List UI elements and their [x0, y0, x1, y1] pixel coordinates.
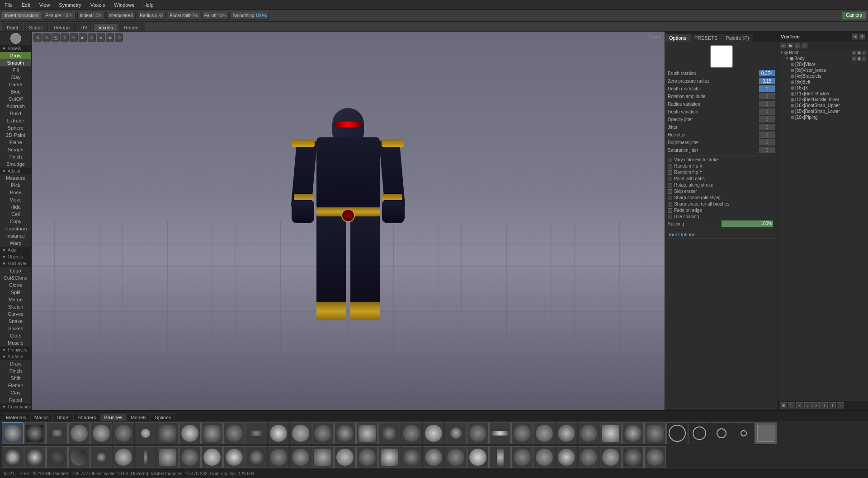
tab-voxels[interactable]: Voxels: [93, 23, 118, 31]
sidebar-item-sphere[interactable]: Sphere: [0, 124, 31, 131]
focal-param[interactable]: Focal shift 0%: [168, 12, 200, 20]
vt-bottom-btn-6[interactable]: ⬆: [821, 402, 828, 409]
zero-pressure-value[interactable]: 0.15: [759, 78, 775, 84]
sidebar-item-fill[interactable]: Fill: [0, 66, 31, 74]
sidebar-item-2dpaint[interactable]: 2D-Paint: [0, 131, 31, 139]
menu-item-symmetry[interactable]: Symmetry: [57, 1, 83, 9]
brush-item-17[interactable]: [378, 422, 400, 444]
sidebar-item-pinch[interactable]: Pinch: [0, 153, 31, 160]
brush-item-19[interactable]: [423, 422, 444, 444]
sidebar-item-plane[interactable]: Plane: [0, 139, 31, 146]
sharp-shape-all-checkbox[interactable]: [668, 202, 672, 206]
viewport-shading-icon[interactable]: ◉: [106, 33, 114, 42]
brush2-item-7[interactable]: [157, 446, 179, 468]
indent-param[interactable]: Indent 50%: [77, 12, 104, 20]
bottom-tab-splines[interactable]: Splines: [151, 413, 175, 421]
vt-bottom-btn-8[interactable]: +: [837, 402, 844, 409]
sidebar-item-smudge[interactable]: Smudge: [0, 160, 31, 168]
sidebar-item-build[interactable]: Build: [0, 110, 31, 117]
fade-on-edge-checkbox[interactable]: [668, 208, 672, 213]
sidebar-item-blob[interactable]: Blob: [0, 88, 31, 95]
brush-item-11[interactable]: [245, 422, 267, 444]
vt-bottom-btn-3[interactable]: ✕: [796, 402, 803, 409]
vt-lock-root[interactable]: 🔒: [857, 51, 861, 55]
vt-bottom-btn-5[interactable]: ↗: [812, 402, 820, 409]
brush2-item-8[interactable]: [179, 446, 201, 468]
falloff-param[interactable]: Falloff 40%: [202, 12, 229, 20]
vt-item-body[interactable]: ▼ Body 👁 🔒 +: [783, 56, 868, 61]
brush-item-12[interactable]: [268, 422, 289, 444]
paint-with-dabs-checkbox[interactable]: [668, 177, 672, 181]
vt-vis-body[interactable]: 👁: [852, 56, 856, 61]
opacity-jitter-value[interactable]: 0: [759, 116, 775, 122]
jitter-value[interactable]: 0: [759, 124, 775, 130]
brush2-item-29[interactable]: [644, 446, 666, 468]
vt-add-body[interactable]: +: [862, 56, 866, 61]
viewport-grid-icon[interactable]: ⊞: [88, 33, 96, 42]
brush-item-23[interactable]: [511, 422, 533, 444]
vt-lock-icon[interactable]: 🔒: [787, 42, 793, 49]
viewport-nav-icon[interactable]: ↻: [61, 33, 69, 42]
brush-circle-3[interactable]: [711, 422, 732, 444]
brush2-item-25[interactable]: [556, 446, 577, 468]
sidebar-item-carve[interactable]: Carve: [0, 81, 31, 88]
viewport-camera-icon[interactable]: 📷: [52, 33, 60, 42]
brush2-item-19[interactable]: [423, 446, 444, 468]
brush-item-20[interactable]: [445, 422, 467, 444]
tab-paint[interactable]: Paint: [2, 23, 23, 31]
menu-item-file[interactable]: File: [3, 1, 14, 9]
brush-item-8[interactable]: [179, 422, 201, 444]
bottom-tab-brushes[interactable]: Brushes: [100, 413, 127, 421]
brush-item-18[interactable]: [401, 422, 422, 444]
sidebar-item-surf-clay[interactable]: Clay: [0, 389, 31, 396]
random-flipx-checkbox[interactable]: [668, 164, 672, 169]
random-flipy-checkbox[interactable]: [668, 170, 672, 175]
sidebar-item-cloth[interactable]: Cloth: [0, 332, 31, 339]
sidebar-item-grow[interactable]: Grow: [0, 52, 31, 59]
brush-item-25[interactable]: [556, 422, 577, 444]
brush2-item-23[interactable]: [511, 446, 533, 468]
vt-item-belt[interactable]: [8x]Belt: [789, 79, 868, 85]
sidebar-item-snake[interactable]: Snake: [0, 318, 31, 325]
brush2-item-2[interactable]: [46, 446, 68, 468]
brush-item-21[interactable]: [467, 422, 489, 444]
menu-item-help[interactable]: Help: [142, 1, 156, 9]
camera-button[interactable]: Camera: [842, 12, 866, 20]
tool-options-link[interactable]: Tool Options: [667, 230, 776, 239]
sidebar-item-clay[interactable]: Clay: [0, 74, 31, 81]
sidebar-item-airbrush[interactable]: Airbrush: [0, 103, 31, 110]
brightness-jitter-value[interactable]: 0: [759, 139, 775, 145]
brush-item-14[interactable]: [312, 422, 334, 444]
brush-circle-2[interactable]: [689, 422, 710, 444]
vt-bottom-btn-7[interactable]: ⬇: [829, 402, 836, 409]
brush2-item-1[interactable]: [24, 446, 46, 468]
vt-item-x[interactable]: [16x]X: [789, 85, 868, 91]
viewport-wire-icon[interactable]: ⬡: [115, 33, 123, 42]
tab-retopo[interactable]: Retopo: [49, 23, 75, 31]
sidebar-item-draw[interactable]: Draw: [0, 360, 31, 367]
bottom-tab-shaders[interactable]: Shaders: [74, 413, 100, 421]
vt-item-bracelets[interactable]: [4x]Bracelets: [789, 73, 868, 79]
brush2-item-14[interactable]: [312, 446, 334, 468]
sidebar-item-flatten[interactable]: Flatten: [0, 382, 31, 389]
brush-item-13[interactable]: [290, 422, 311, 444]
invert-tool-button[interactable]: Invert tool action: [2, 12, 41, 20]
viewport-play-icon[interactable]: ▶: [79, 33, 87, 42]
sidebar-item-muscle[interactable]: Muscle: [0, 339, 31, 347]
rotate-along-stroke-checkbox[interactable]: [668, 183, 672, 187]
brush2-item-27[interactable]: [600, 446, 622, 468]
sidebar-item-cell[interactable]: Cell: [0, 211, 31, 218]
vt-item-belt-buckle[interactable]: [11x]Belt_Buckle: [789, 91, 868, 97]
vt-add-root[interactable]: +: [862, 51, 866, 55]
viewport-settings-icon[interactable]: ⚙: [33, 33, 42, 42]
brush2-item-3[interactable]: [68, 446, 90, 468]
spacing-bar[interactable]: 100%: [722, 220, 774, 227]
brush-item-16[interactable]: [356, 422, 378, 444]
viewport-mode-icon[interactable]: ◈: [97, 33, 105, 42]
brush2-item-17[interactable]: [378, 446, 400, 468]
sidebar-item-extrude[interactable]: Extrude: [0, 117, 31, 124]
brush-item-29[interactable]: [644, 422, 666, 444]
menu-item-view[interactable]: View: [38, 1, 52, 9]
bottom-tab-strips[interactable]: Strips: [52, 413, 73, 421]
vt-add-icon[interactable]: +: [802, 42, 808, 49]
